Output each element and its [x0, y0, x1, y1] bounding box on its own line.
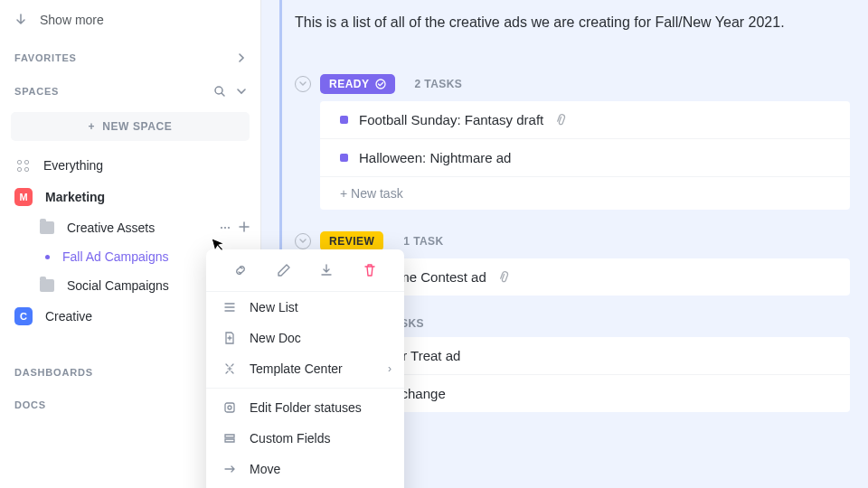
folder-label: Creative Assets [67, 221, 155, 235]
status-label: READY [329, 78, 370, 90]
ctx-duplicate[interactable]: Duplicate [206, 484, 404, 488]
plus-icon[interactable] [239, 221, 250, 234]
more-icon[interactable] [219, 221, 231, 234]
check-circle-icon [375, 79, 386, 89]
fields-icon [222, 431, 237, 446]
svg-point-1 [221, 227, 222, 229]
folder-context-menu: New List New Doc Template Center › Edit … [206, 249, 404, 488]
new-space-button[interactable]: + NEW SPACE [11, 112, 250, 141]
spaces-header[interactable]: SPACES [0, 72, 260, 107]
new-task-button[interactable]: + New task [320, 177, 850, 210]
spaces-label: SPACES [14, 86, 59, 97]
task-title: Halloween: Nightmare ad [359, 150, 511, 165]
edit-icon[interactable] [272, 258, 296, 282]
grid-icon [14, 157, 31, 174]
status-icon [222, 400, 237, 415]
favorites-header[interactable]: FAVORITES [0, 40, 260, 72]
status-pill-review[interactable]: REVIEW [320, 231, 383, 251]
docs-label: DOCS [14, 399, 46, 410]
collapse-icon[interactable] [295, 76, 311, 92]
plus-icon: + [89, 120, 96, 133]
task-list: Football Sunday: Fantasy draft Halloween… [320, 101, 850, 210]
ctx-edit-statuses[interactable]: Edit Folder statuses [206, 392, 404, 423]
marketing-label: Marketing [45, 190, 105, 204]
chevron-right-icon [237, 53, 246, 62]
task-row[interactable]: Halloween: Nightmare ad [320, 139, 850, 177]
ctx-label: New Doc [250, 331, 301, 345]
favorites-label: FAVORITES [14, 52, 77, 63]
folder-label: Social Campaigns [67, 278, 169, 293]
ctx-template-center[interactable]: Template Center › [206, 353, 404, 384]
task-row[interactable]: Football Sunday: Fantasy draft [320, 101, 850, 139]
svg-point-2 [224, 227, 226, 229]
everything-label: Everything [43, 158, 103, 173]
ctx-custom-fields[interactable]: Custom Fields [206, 423, 404, 454]
collapse-icon[interactable] [295, 233, 311, 249]
task-count: 1 TASK [403, 235, 443, 248]
chevron-right-icon: › [388, 362, 392, 375]
search-icon[interactable] [213, 85, 226, 98]
task-count: 2 TASKS [415, 78, 463, 90]
ctx-new-list[interactable]: New List [206, 292, 404, 323]
ctx-label: New List [250, 300, 298, 314]
list-icon [222, 300, 237, 314]
link-icon[interactable] [229, 258, 252, 282]
space-avatar-c: C [14, 307, 33, 325]
space-avatar-m: M [14, 188, 33, 206]
sidebar-item-everything[interactable]: Everything [0, 150, 260, 181]
status-pill-ready[interactable]: READY [320, 74, 395, 94]
show-more-label: Show more [40, 13, 104, 27]
task-title: Football Sunday: Fantasy draft [359, 112, 543, 127]
list-description: This is a list of all of the creative ad… [295, 14, 850, 31]
svg-rect-5 [225, 403, 234, 412]
folder-icon [40, 221, 54, 234]
ctx-label: Edit Folder statuses [250, 400, 362, 415]
chevron-down-icon[interactable] [237, 87, 246, 96]
ctx-label: Move [250, 462, 280, 476]
attachment-icon[interactable] [552, 111, 570, 128]
dot-icon [45, 255, 50, 259]
download-icon[interactable] [315, 258, 338, 282]
attachment-icon[interactable] [495, 268, 512, 286]
dashboards-label: DASHBOARDS [14, 367, 93, 378]
delete-icon[interactable] [358, 258, 382, 282]
svg-point-6 [228, 406, 231, 409]
ctx-new-doc[interactable]: New Doc [206, 323, 404, 353]
doc-icon [222, 331, 237, 345]
svg-point-4 [376, 80, 385, 89]
task-status-square[interactable] [340, 116, 348, 124]
arrow-down-icon [14, 14, 27, 26]
divider [206, 388, 404, 389]
sidebar-item-marketing[interactable]: M Marketing [0, 181, 260, 213]
move-icon [222, 462, 237, 476]
ctx-label: Template Center [250, 361, 343, 376]
ctx-label: Custom Fields [250, 431, 330, 446]
template-icon [222, 361, 237, 376]
status-group-ready: READY 2 TASKS Football Sunday: Fantasy d… [295, 74, 850, 210]
ctx-move[interactable]: Move [206, 454, 404, 484]
list-label: Fall Ad Campaigns [62, 249, 169, 264]
status-label: REVIEW [329, 235, 374, 248]
folder-icon [40, 279, 54, 292]
svg-point-3 [228, 227, 230, 229]
show-more-button[interactable]: Show more [0, 0, 260, 40]
task-status-square[interactable] [340, 154, 348, 162]
creative-label: Creative [45, 309, 92, 324]
new-space-label: NEW SPACE [102, 120, 172, 133]
